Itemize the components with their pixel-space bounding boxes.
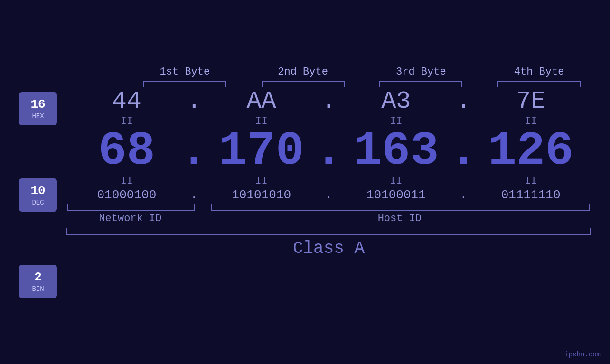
hex-dot-2: . xyxy=(322,87,336,115)
bin-byte-1: 01000100 xyxy=(66,188,187,202)
bin-byte-3: 10100011 xyxy=(336,188,457,202)
main-container: 1st Byte 2nd Byte 3rd Byte 4th Byte 16 H… xyxy=(0,0,610,364)
bin-byte-2: 10101010 xyxy=(201,188,322,202)
hex-byte-1: 44 xyxy=(66,87,187,115)
byte-label-4: 4th Byte xyxy=(514,66,564,78)
hex-dot-3: . xyxy=(456,87,470,115)
byte-col-2: 2nd Byte xyxy=(251,66,355,87)
dec-byte-2: 170 xyxy=(201,128,322,175)
equals-2-1: II xyxy=(66,175,187,187)
network-id-label: Network ID xyxy=(66,213,194,224)
bracket-top-2 xyxy=(262,81,345,87)
byte-headers: 1st Byte 2nd Byte 3rd Byte 4th Byte xyxy=(19,66,591,87)
hex-name: HEX xyxy=(32,112,44,120)
dec-dot-3: . xyxy=(456,128,470,175)
hex-byte-4: 7E xyxy=(470,87,591,115)
bin-byte-4: 01111110 xyxy=(470,188,591,202)
bin-row: 01000100 . 10101010 . 10100011 . 0111111… xyxy=(66,188,591,202)
equals-row-2: II II II II xyxy=(66,175,591,187)
id-labels-row: Network ID Host ID xyxy=(66,213,591,224)
bracket-top-4 xyxy=(497,81,581,87)
bin-dot-2: . xyxy=(322,188,336,202)
base-labels: 16 HEX 10 DEC 2 BIN xyxy=(19,92,57,298)
byte-label-2: 2nd Byte xyxy=(278,66,328,78)
host-id-label: Host ID xyxy=(208,213,591,224)
main-area: 16 HEX 10 DEC 2 BIN 44 . AA . A3 xyxy=(19,87,591,298)
bracket-top-1 xyxy=(143,81,226,87)
byte-col-1: 1st Byte xyxy=(133,66,237,87)
hex-byte-3: A3 xyxy=(336,87,457,115)
equals-2-4: II xyxy=(470,175,591,187)
dec-number: 10 xyxy=(30,184,45,198)
bin-dot-3: . xyxy=(456,188,470,202)
bin-number: 2 xyxy=(34,270,42,284)
bin-name: BIN xyxy=(32,285,44,293)
bracket-top-3 xyxy=(379,81,462,87)
hex-row: 44 . AA . A3 . 7E xyxy=(66,87,591,115)
dec-dot-2: . xyxy=(322,128,336,175)
class-bracket-line xyxy=(66,228,591,235)
hex-byte-2: AA xyxy=(201,87,322,115)
byte-label-3: 3rd Byte xyxy=(396,66,446,78)
bin-badge: 2 BIN xyxy=(19,265,57,298)
dec-byte-1: 68 xyxy=(66,128,187,175)
class-bracket-area: Class A xyxy=(66,228,591,258)
dec-badge: 10 DEC xyxy=(19,178,57,212)
bin-dot-1: . xyxy=(187,188,201,202)
equals-2-2: II xyxy=(201,175,322,187)
bracket-bottom-network xyxy=(67,204,195,211)
brackets-bottom xyxy=(66,204,591,211)
hex-dot-1: . xyxy=(187,87,201,115)
dec-row: 68 . 170 . 163 . 126 xyxy=(66,128,591,175)
watermark: ipshu.com xyxy=(564,351,601,358)
dec-byte-4: 126 xyxy=(470,128,591,175)
bracket-bottom-host xyxy=(211,204,590,211)
dec-byte-3: 163 xyxy=(336,128,457,175)
dec-dot-1: . xyxy=(187,128,201,175)
equals-2-3: II xyxy=(336,175,457,187)
class-label: Class A xyxy=(66,239,591,258)
hex-badge: 16 HEX xyxy=(19,92,57,125)
byte-col-3: 3rd Byte xyxy=(369,66,473,87)
byte-label-1: 1st Byte xyxy=(160,66,210,78)
ip-display: 44 . AA . A3 . 7E II II II II 68 xyxy=(66,87,591,258)
dec-name: DEC xyxy=(32,199,44,206)
byte-col-4: 4th Byte xyxy=(487,66,591,87)
hex-number: 16 xyxy=(30,97,45,112)
